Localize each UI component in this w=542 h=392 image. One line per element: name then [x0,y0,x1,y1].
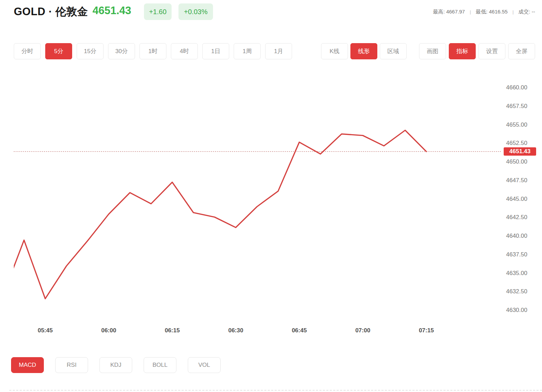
y-axis-label: 4655.00 [506,121,527,128]
period-1h-button[interactable]: 1时 [139,43,166,59]
y-axis-label: 4660.00 [506,84,527,91]
tool-settings-button[interactable]: 设置 [478,43,505,59]
indicator-button-group: MACDRSIKDJBOLLVOL [11,357,221,373]
indicator-rsi-button[interactable]: RSI [55,357,88,373]
tool-indicator-button[interactable]: 指标 [449,43,476,59]
y-axis-label: 4650.00 [506,158,527,165]
stat-high-value: 4667.97 [446,9,465,14]
x-axis-label: 06:45 [292,327,307,334]
period-button-group: 分时5分15分30分1时4时1日1周1月 [14,43,292,59]
y-axis-label: 4637.50 [506,251,527,258]
last-price: 4651.43 [93,4,131,17]
x-axis-label: 05:45 [38,327,52,334]
y-axis-label: 4657.50 [506,103,527,110]
x-axis-label: 06:00 [101,327,116,334]
period-30min-button[interactable]: 30分 [108,43,135,59]
period-1m-button[interactable]: 1月 [265,43,292,59]
stats-separator: | [512,9,513,14]
stat-low-value: 4616.55 [489,9,507,14]
stat-volume-label: 成交: [519,9,530,14]
y-axis-label: 4635.00 [506,270,527,277]
indicator-macd-button[interactable]: MACD [11,357,44,373]
stat-volume: 成交:-- [519,9,535,15]
x-axis-label: 07:00 [355,327,370,334]
tool-button-group: 画图指标设置全屏 [419,43,535,59]
indicator-vol-button[interactable]: VOL [188,357,221,373]
x-axis-label: 07:15 [419,327,434,334]
type-candlestick-button[interactable]: K线 [321,43,348,59]
current-price-tag: 4651.43 [504,147,536,156]
period-time-share-button[interactable]: 分时 [14,43,41,59]
trading-chart-page: GOLD · 伦敦金 4651.43 +1.60 +0.03% 最高:4667.… [0,0,542,392]
period-15min-button[interactable]: 15分 [77,43,104,59]
session-stats: 最高:4667.97|最低:4616.55|成交:-- [433,9,535,15]
type-area-button[interactable]: 区域 [380,43,407,59]
period-1d-button[interactable]: 1日 [202,43,229,59]
stat-low-label: 最低: [476,9,487,14]
change-badge: +1.60 [144,3,172,20]
stat-high-label: 最高: [433,9,445,14]
y-axis-label: 4642.50 [506,214,527,221]
tool-draw-button[interactable]: 画图 [419,43,446,59]
price-line-series [14,130,426,299]
change-percent-badge: +0.03% [178,3,213,20]
indicator-boll-button[interactable]: BOLL [144,357,176,373]
indicator-kdj-button[interactable]: KDJ [99,357,132,373]
x-axis-label: 06:15 [165,327,180,334]
tool-fullscreen-button[interactable]: 全屏 [508,43,535,59]
instrument-title: GOLD · 伦敦金 [14,4,88,19]
x-axis-label: 06:30 [228,327,243,334]
panel-divider [9,390,542,391]
y-axis-label: 4630.00 [506,307,527,314]
chart-type-button-group: K线线形区域 [321,43,407,59]
y-axis-label: 4652.50 [506,140,527,147]
period-5min-button[interactable]: 5分 [45,43,72,59]
stat-volume-value: -- [532,9,535,14]
y-axis-label: 4640.00 [506,233,527,239]
y-axis-label: 4645.00 [506,196,527,203]
period-4h-button[interactable]: 4时 [171,43,198,59]
y-axis-label: 4632.50 [506,288,527,295]
chart-canvas[interactable] [14,78,501,316]
stat-high: 最高:4667.97 [433,9,465,15]
period-1w-button[interactable]: 1周 [234,43,261,59]
y-axis-label: 4647.50 [506,177,527,184]
stat-low: 最低:4616.55 [476,9,507,15]
type-line-button[interactable]: 线形 [350,43,377,59]
stats-separator: | [470,9,471,14]
